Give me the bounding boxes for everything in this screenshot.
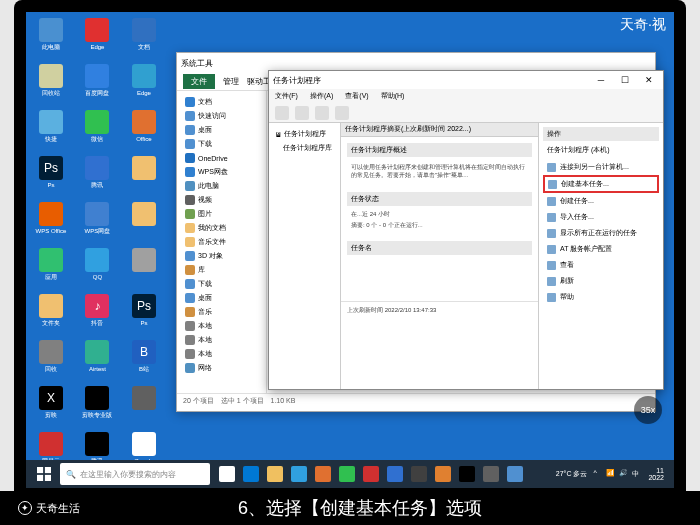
desktop-icon[interactable]: BB站 bbox=[125, 340, 163, 384]
tray-ime-icon[interactable]: 中 bbox=[632, 469, 642, 479]
desktop-icon[interactable] bbox=[125, 248, 163, 292]
explorer-sidebar-item[interactable]: 3D 对象 bbox=[181, 249, 262, 263]
desktop-icon[interactable]: ♪抖音 bbox=[78, 294, 116, 338]
taskbar-time[interactable]: 11 bbox=[648, 467, 664, 474]
scheduler-action-item[interactable]: 创建任务... bbox=[543, 193, 659, 209]
explorer-sidebar-item[interactable]: 音乐 bbox=[181, 305, 262, 319]
explorer-sidebar-item[interactable]: 网络 bbox=[181, 361, 262, 375]
explorer-sidebar-item[interactable]: 本地 bbox=[181, 333, 262, 347]
menu-action[interactable]: 操作(A) bbox=[310, 91, 333, 101]
desktop-icon[interactable]: 文件夹 bbox=[32, 294, 70, 338]
desktop-icon[interactable]: 腾讯 bbox=[78, 156, 116, 200]
menu-file[interactable]: 文件(F) bbox=[275, 91, 298, 101]
explorer-sidebar-item[interactable]: 我的文档 bbox=[181, 221, 262, 235]
explorer-icon[interactable] bbox=[264, 462, 286, 486]
desktop-icon[interactable]: 应用 bbox=[32, 248, 70, 292]
close-icon[interactable]: ✕ bbox=[639, 73, 659, 87]
app-icon[interactable] bbox=[360, 462, 382, 486]
task-scheduler-window[interactable]: 任务计划程序 ─ ☐ ✕ 文件(F) 操作(A) 查看(V) 帮助(H) bbox=[268, 70, 664, 390]
scheduler-action-item[interactable]: 查看 bbox=[543, 257, 659, 273]
explorer-sidebar-item[interactable]: 音乐文件 bbox=[181, 235, 262, 249]
desktop-icon[interactable] bbox=[125, 386, 163, 430]
edge-icon[interactable] bbox=[240, 462, 262, 486]
toolbar-refresh-icon[interactable] bbox=[315, 106, 329, 120]
explorer-sidebar-item[interactable]: 本地 bbox=[181, 319, 262, 333]
start-button[interactable] bbox=[30, 462, 58, 486]
app-icon[interactable] bbox=[504, 462, 526, 486]
desktop-icon[interactable]: 此电脑 bbox=[32, 18, 70, 62]
explorer-title: 系统工具 bbox=[181, 58, 213, 69]
desktop-icon[interactable]: 回收站 bbox=[32, 64, 70, 108]
desktop-icon[interactable]: PsPs bbox=[32, 156, 70, 200]
explorer-sidebar-item[interactable]: 快速访问 bbox=[181, 109, 262, 123]
desktop-icon[interactable]: QQ bbox=[78, 248, 116, 292]
explorer-sidebar-item[interactable]: 文档 bbox=[181, 95, 262, 109]
scheduler-action-item[interactable]: 刷新 bbox=[543, 273, 659, 289]
app-icon[interactable] bbox=[480, 462, 502, 486]
explorer-sidebar-item[interactable]: WPS网盘 bbox=[181, 165, 262, 179]
desktop-icon[interactable] bbox=[125, 202, 163, 246]
desktop-icon[interactable]: 百度网盘 bbox=[78, 64, 116, 108]
desktop-icon[interactable] bbox=[125, 156, 163, 200]
explorer-sidebar-item[interactable]: 下载 bbox=[181, 137, 262, 151]
scheduler-action-item[interactable]: 连接到另一台计算机... bbox=[543, 159, 659, 175]
scheduler-action-item[interactable]: AT 服务帐户配置 bbox=[543, 241, 659, 257]
app-icon[interactable] bbox=[432, 462, 454, 486]
scheduler-action-item[interactable]: 显示所有正在运行的任务 bbox=[543, 225, 659, 241]
app-icon[interactable] bbox=[456, 462, 478, 486]
explorer-sidebar-item[interactable]: 此电脑 bbox=[181, 179, 262, 193]
desktop-icon[interactable]: Airtest bbox=[78, 340, 116, 384]
toolbar-help-icon[interactable] bbox=[335, 106, 349, 120]
overview-text: 可以使用任务计划程序来创建和管理计算机将在指定时间自动执行的常见任务。若要开始，… bbox=[347, 161, 532, 182]
desktop-icon[interactable]: 快捷 bbox=[32, 110, 70, 154]
app-icon[interactable] bbox=[384, 462, 406, 486]
explorer-sidebar-item[interactable]: 视频 bbox=[181, 193, 262, 207]
explorer-sidebar-item[interactable]: 库 bbox=[181, 263, 262, 277]
app-icon[interactable] bbox=[288, 462, 310, 486]
toolbar-forward-icon[interactable] bbox=[295, 106, 309, 120]
tray-volume-icon[interactable]: 🔊 bbox=[619, 469, 629, 479]
tree-library[interactable]: 任务计划程序库 bbox=[273, 141, 336, 155]
explorer-sidebar-item[interactable]: 下载 bbox=[181, 277, 262, 291]
desktop-icon[interactable]: 文档 bbox=[125, 18, 163, 62]
desktop-icon[interactable]: X剪映 bbox=[32, 386, 70, 430]
explorer-sidebar-item[interactable]: OneDrive bbox=[181, 151, 262, 165]
desktop-icon[interactable]: WPS Office bbox=[32, 202, 70, 246]
tray-up-icon[interactable]: ^ bbox=[593, 469, 603, 479]
task-view-icon[interactable] bbox=[216, 462, 238, 486]
scheduler-action-item[interactable]: 帮助 bbox=[543, 289, 659, 305]
explorer-sidebar-item[interactable]: 桌面 bbox=[181, 123, 262, 137]
desktop-icon[interactable]: 回收 bbox=[32, 340, 70, 384]
desktop-icon[interactable]: WPS网盘 bbox=[78, 202, 116, 246]
desktop-icon[interactable]: PsPs bbox=[125, 294, 163, 338]
search-box[interactable]: 🔍 在这里输入你要搜索的内容 bbox=[60, 463, 210, 485]
create-basic-task-action[interactable]: 创建基本任务... bbox=[543, 175, 659, 193]
weather-widget[interactable]: 27°C 多云 bbox=[556, 469, 588, 479]
desktop-icon[interactable]: Edge bbox=[78, 18, 116, 62]
explorer-file-tab[interactable]: 文件 bbox=[183, 74, 215, 89]
menu-view[interactable]: 查看(V) bbox=[345, 91, 368, 101]
scheduler-action-item[interactable]: 导入任务... bbox=[543, 209, 659, 225]
tray-network-icon[interactable]: 📶 bbox=[606, 469, 616, 479]
desktop-icon[interactable]: Edge bbox=[125, 64, 163, 108]
explorer-tab[interactable]: 管理 bbox=[223, 76, 239, 87]
maximize-icon[interactable]: ☐ bbox=[615, 73, 635, 87]
brand-logo: ✦ 天奇生活 bbox=[18, 501, 80, 516]
app-icon[interactable] bbox=[312, 462, 334, 486]
desktop-icon[interactable]: 剪映专业版 bbox=[78, 386, 116, 430]
explorer-sidebar-item[interactable]: 图片 bbox=[181, 207, 262, 221]
toolbar-back-icon[interactable] bbox=[275, 106, 289, 120]
top-watermark: 天奇·视 bbox=[620, 16, 666, 34]
app-icon[interactable] bbox=[336, 462, 358, 486]
scheduler-tree: 🖥 任务计划程序 任务计划程序库 bbox=[269, 123, 341, 389]
desktop-icon[interactable]: 微信 bbox=[78, 110, 116, 154]
menu-help[interactable]: 帮助(H) bbox=[381, 91, 405, 101]
minimize-icon[interactable]: ─ bbox=[591, 73, 611, 87]
desktop: 此电脑回收站快捷PsPsWPS Office应用文件夹回收X剪映网易云 Edge… bbox=[26, 12, 674, 460]
explorer-sidebar-item[interactable]: 本地 bbox=[181, 347, 262, 361]
tree-root[interactable]: 🖥 任务计划程序 bbox=[273, 127, 336, 141]
app-icon[interactable] bbox=[408, 462, 430, 486]
desktop-icon[interactable]: Office bbox=[125, 110, 163, 154]
explorer-sidebar-item[interactable]: 桌面 bbox=[181, 291, 262, 305]
svg-rect-1 bbox=[45, 467, 51, 473]
